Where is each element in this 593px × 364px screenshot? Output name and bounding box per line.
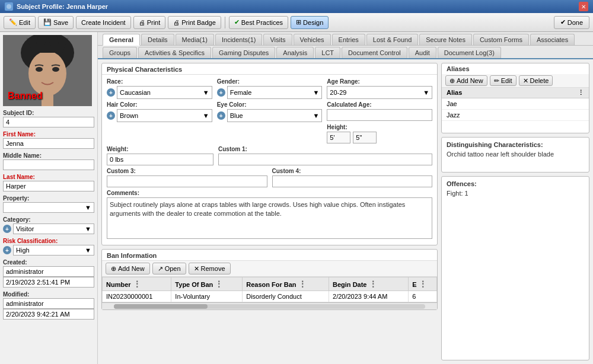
tabs-row-2: Groups Activities & Specifics Gaming Dis… [98,46,593,59]
tab-audit[interactable]: Audit [409,47,436,58]
category-add-icon[interactable]: + [3,225,11,233]
ban-col-begin: Begin Date ⋮ [329,277,409,291]
physical-char-body: Race: + Caucasian ▼ Gend [102,75,437,245]
print-button[interactable]: 🖨 Print [133,16,166,29]
print-icon: 🖨 [139,19,145,26]
phys-row-1: Race: + Caucasian ▼ Gend [107,78,432,99]
distinguishing-section: Distinguishing Characteristics: Orchid t… [441,137,589,173]
title-bar: Subject Profile: Jenna Harper ✕ [0,0,593,13]
print-badge-button[interactable]: 🖨 Print Badge [168,16,221,29]
tab-associates[interactable]: Associates [530,34,575,45]
tab-details[interactable]: Details [141,34,174,45]
height-in-input[interactable] [353,132,377,143]
alias-delete-icon: ✕ [523,77,528,85]
tab-custom-forms[interactable]: Custom Forms [473,34,529,45]
alias-col-dots[interactable]: ⋮ [578,89,584,97]
ban-reason-sort[interactable]: ⋮ [298,279,307,289]
tab-general[interactable]: General [103,34,140,46]
custom4-input[interactable] [272,175,433,187]
hair-arrow: ▼ [203,112,209,119]
ban-open-button[interactable]: ↗ Open [152,263,186,274]
custom1-input[interactable] [218,154,432,165]
custom4-group: Custom 4: [272,168,433,187]
age-range-dropdown[interactable]: 20-29 ▼ [327,86,432,99]
middle-name-input[interactable] [3,159,94,170]
best-practices-button[interactable]: ✔ Best Practices [229,16,288,29]
alias-item-2[interactable]: Jazz [442,110,589,121]
tab-secure-notes[interactable]: Secure Notes [419,34,472,45]
gender-add-icon[interactable]: + [217,88,225,97]
tab-vehicles[interactable]: Vehicles [294,34,331,45]
phys-row-2: Hair Color: + Brown ▼ Ey [107,101,432,143]
tabs-row-1: General Details Media(1) Incidents(1) Vi… [98,32,593,46]
distinguishing-content: Orchid tattoo near left shoulder blade [447,151,584,168]
race-dropdown[interactable]: Caucasian ▼ [117,86,212,99]
close-button[interactable]: ✕ [579,2,588,11]
tab-media[interactable]: Media(1) [176,34,214,45]
ban-col-reason: Reason For Ban ⋮ [243,277,329,291]
height-ft-input[interactable] [327,132,350,143]
comments-label: Comments: [107,190,432,196]
alias-column-header: Alias ⋮ [442,88,589,98]
alias-delete-button[interactable]: ✕ Delete [519,75,553,86]
design-icon: ⊞ [296,18,301,26]
alias-value-1: Jae [447,100,457,107]
tab-groups[interactable]: Groups [103,47,137,58]
category-dropdown[interactable]: Visitor ▼ [13,223,94,234]
height-row [327,132,432,143]
design-button[interactable]: ⊞ Design [291,16,329,29]
save-button[interactable]: 💾 Save [38,16,74,29]
calc-age-label: Calculated Age: [327,101,432,108]
tab-lct[interactable]: LCT [315,47,340,58]
eye-add-icon[interactable]: + [217,111,225,120]
tab-activities[interactable]: Activities & Specifics [138,47,211,58]
gender-dropdown[interactable]: Female ▼ [227,86,323,99]
risk-add-icon[interactable]: + [3,246,11,254]
content-panel: General Details Media(1) Incidents(1) Vi… [98,32,593,364]
calc-age-input[interactable] [327,109,432,121]
race-add-icon[interactable]: + [107,88,115,97]
done-button[interactable]: ✔ Done [554,16,589,29]
alias-add-button[interactable]: ⊕ Add New [445,75,487,86]
window-title: Subject Profile: Jenna Harper [17,3,108,10]
tab-entries[interactable]: Entries [332,34,365,45]
first-name-input[interactable] [3,138,94,149]
tab-analysis[interactable]: Analysis [276,47,314,58]
tab-gaming-disputes[interactable]: Gaming Disputes [212,47,275,58]
last-name-input[interactable] [3,181,94,191]
custom3-input[interactable] [107,175,267,187]
hair-dropdown[interactable]: Brown ▼ [117,109,212,122]
tab-lost-found[interactable]: Lost & Found [366,34,418,45]
offences-section: Offences: Fight: 1 [441,176,589,360]
property-dropdown[interactable]: ▼ [3,202,94,213]
ban-number-sort[interactable]: ⋮ [133,279,141,289]
offences-title: Offences: [447,180,584,187]
hair-add-icon[interactable]: + [107,111,115,120]
category-row: + Visitor ▼ [3,223,94,234]
save-icon: 💾 [43,18,52,26]
create-incident-button[interactable]: Create Incident [76,16,131,29]
gender-label: Gender: [217,78,323,85]
ban-table-scroll: Number ⋮ Type Of Ban ⋮ Reason For Ban ⋮ … [102,277,437,302]
alias-edit-button[interactable]: ✏ Edit [490,75,517,86]
ban-type-sort[interactable]: ⋮ [215,279,223,289]
edit-button[interactable]: ✏️ Edit [4,16,36,29]
eye-dropdown[interactable]: Blue ▼ [227,109,323,122]
ban-scrollbar[interactable] [102,302,437,309]
weight-input[interactable] [107,154,213,165]
tab-visits[interactable]: Visits [263,34,292,45]
tab-incidents[interactable]: Incidents(1) [215,34,262,45]
ban-e-sort[interactable]: ⋮ [419,279,427,289]
ban-remove-button[interactable]: ✕ Remove [189,263,231,274]
ban-begin-sort[interactable]: ⋮ [369,279,377,289]
tab-document-log[interactable]: Document Log(3) [438,47,501,58]
ban-info-title: Ban Information [102,250,437,261]
tab-document-control[interactable]: Document Control [342,47,407,58]
custom4-label: Custom 4: [272,168,433,174]
risk-class-dropdown[interactable]: High ▼ [13,245,94,256]
ban-add-button[interactable]: ⊕ Add New [106,263,150,274]
comments-text[interactable]: Subject routinely plays alone at craps t… [107,197,432,239]
svg-point-4 [36,67,43,72]
alias-item-1[interactable]: Jae [442,98,589,110]
weight-label: Weight: [107,146,213,152]
